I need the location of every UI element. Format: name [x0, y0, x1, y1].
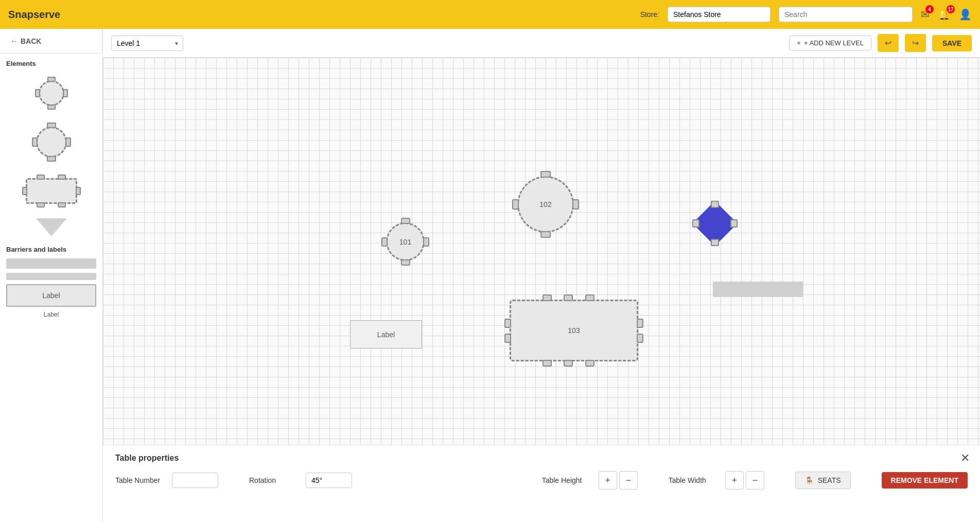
seats-icon: 🪑	[805, 476, 814, 484]
element-chevron[interactable]	[6, 217, 96, 237]
redo-button[interactable]: ↪	[905, 34, 926, 52]
table-101-label: 101	[399, 238, 411, 246]
elements-title: Elements	[6, 60, 96, 67]
remove-element-button[interactable]: REMOVE ELEMENT	[882, 472, 968, 489]
rotation-label: Rotation	[249, 476, 301, 484]
label-element[interactable]: Label	[6, 284, 96, 307]
canvas-area: Level 1 Level 2 Level 3 + + ADD NEW LEVE…	[103, 29, 980, 522]
barrier-thick[interactable]	[6, 258, 96, 269]
bell-button[interactable]: 🔔 17	[938, 8, 951, 21]
canvas-table-103[interactable]: 103	[502, 292, 646, 369]
back-label: BACK	[21, 37, 41, 45]
rotation-input[interactable]	[306, 473, 352, 488]
back-button[interactable]: ← BACK	[6, 35, 45, 47]
elements-grid	[6, 73, 96, 237]
table-width-label: Table Width	[669, 476, 720, 484]
canvas-table-101[interactable]: 101	[381, 217, 430, 266]
mail-badge: 4	[925, 5, 934, 13]
app-logo: Snapserve	[8, 9, 60, 21]
barrier-thin[interactable]	[6, 273, 96, 280]
rotation-group: Rotation	[249, 473, 352, 488]
element-round-small[interactable]	[6, 73, 96, 114]
element-rect[interactable]	[6, 170, 96, 212]
level-select[interactable]: Level 1 Level 2 Level 3	[111, 36, 183, 51]
table-number-input[interactable]	[172, 473, 218, 488]
width-minus-button[interactable]: −	[746, 471, 764, 490]
sidebar-label-caption: Label	[6, 311, 96, 318]
properties-row: Table Number Rotation Table Height + −	[115, 471, 968, 490]
seats-button[interactable]: 🪑 SEATS	[795, 472, 851, 489]
canvas-label[interactable]: Label	[350, 320, 422, 349]
level-select-wrap: Level 1 Level 2 Level 3	[111, 36, 183, 51]
back-arrow-icon: ←	[10, 37, 18, 45]
mail-button[interactable]: ✉ 4	[921, 8, 930, 21]
save-button[interactable]: SAVE	[932, 35, 972, 51]
table-103-label: 103	[568, 326, 580, 335]
table-height-label: Table Height	[542, 476, 593, 484]
header: Snapserve Store: ✉ 4 🔔 17 👤	[0, 0, 980, 29]
header-icons: ✉ 4 🔔 17 👤	[921, 8, 972, 21]
width-plus-button[interactable]: +	[725, 471, 744, 490]
sidebar: ← BACK Elements	[0, 29, 103, 522]
seats-label: SEATS	[818, 476, 841, 484]
table-number-label: Table Number	[115, 476, 167, 484]
table-width-group: Table Width + −	[669, 471, 764, 490]
search-input[interactable]	[779, 7, 913, 22]
store-input[interactable]	[668, 7, 771, 22]
bottom-panel: ✕ Table properties Table Number Rotation	[103, 445, 980, 522]
canvas-diamond-container[interactable]	[692, 201, 738, 246]
width-stepper: + −	[725, 471, 764, 490]
undo-button[interactable]: ↩	[878, 34, 899, 52]
grid-canvas[interactable]: 101 102	[103, 58, 980, 445]
element-round-medium[interactable]	[6, 119, 96, 165]
table-number-group: Table Number	[115, 473, 218, 488]
height-stepper: + −	[599, 471, 638, 490]
user-button[interactable]: 👤	[959, 8, 972, 21]
height-plus-button[interactable]: +	[599, 471, 617, 490]
main-layout: ← BACK Elements	[0, 29, 980, 522]
canvas-barrier[interactable]	[713, 282, 803, 297]
barriers-title: Barriers and labels	[6, 246, 96, 253]
close-button[interactable]: ✕	[960, 451, 970, 465]
add-level-button[interactable]: + + ADD NEW LEVEL	[789, 36, 871, 50]
canvas-table-102[interactable]: 102	[510, 168, 582, 240]
height-minus-button[interactable]: −	[619, 471, 638, 490]
add-level-label: + ADD NEW LEVEL	[804, 39, 864, 47]
store-label: Store:	[640, 10, 659, 19]
add-icon: +	[797, 39, 801, 47]
table-102-label: 102	[539, 200, 551, 208]
panel-title: Table properties	[115, 454, 968, 463]
bell-badge: 17	[947, 5, 955, 13]
table-height-group: Table Height + −	[542, 471, 638, 490]
canvas-toolbar: Level 1 Level 2 Level 3 + + ADD NEW LEVE…	[103, 29, 980, 58]
